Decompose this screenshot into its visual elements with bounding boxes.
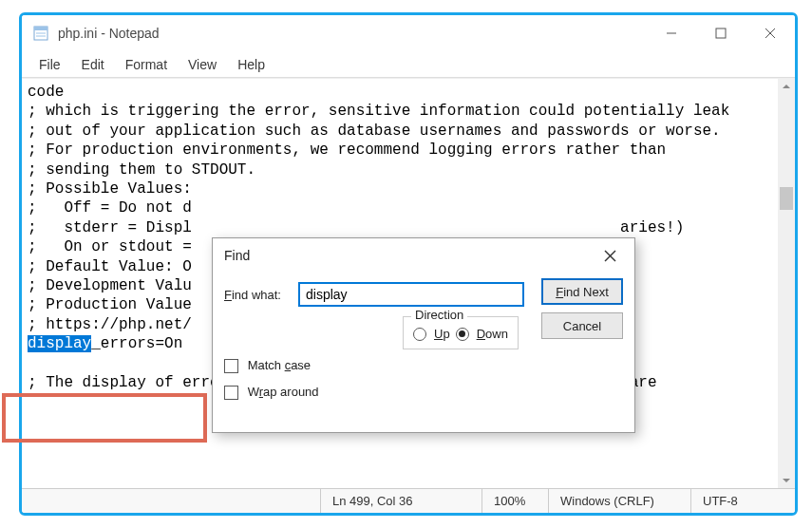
wrap-around-label: Wrap around xyxy=(248,385,319,399)
status-bar: Ln 499, Col 36 100% Windows (CRLF) UTF-8 xyxy=(22,488,795,513)
menu-edit[interactable]: Edit xyxy=(72,55,114,74)
maximize-button[interactable] xyxy=(696,15,746,51)
find-title: Find xyxy=(224,248,591,263)
vertical-scrollbar[interactable] xyxy=(778,79,795,488)
menu-bar: File Edit Format View Help xyxy=(22,51,795,78)
find-what-label: Find what: xyxy=(224,288,298,302)
find-what-input[interactable] xyxy=(298,282,524,307)
find-titlebar: Find xyxy=(213,238,634,273)
status-eol: Windows (CRLF) xyxy=(548,489,690,513)
direction-up-radio[interactable] xyxy=(413,328,426,341)
title-bar: php.ini - Notepad xyxy=(22,15,795,51)
text-selection: display xyxy=(28,335,91,352)
match-case-checkbox[interactable] xyxy=(224,359,238,373)
status-position: Ln 499, Col 36 xyxy=(320,489,482,513)
close-button[interactable] xyxy=(746,15,795,51)
menu-view[interactable]: View xyxy=(179,55,226,74)
cancel-button[interactable]: Cancel xyxy=(541,312,623,339)
direction-label: Direction xyxy=(411,308,467,322)
svg-rect-5 xyxy=(716,28,726,38)
direction-group: Direction Up Down xyxy=(403,316,519,349)
direction-up-label: Up xyxy=(434,327,450,341)
find-next-button[interactable]: Find Next xyxy=(541,278,623,305)
svg-rect-1 xyxy=(34,27,47,30)
menu-format[interactable]: Format xyxy=(116,55,177,74)
notepad-icon xyxy=(31,24,50,43)
status-encoding: UTF-8 xyxy=(690,489,795,513)
find-dialog: Find Find what: Find Next Cancel Directi… xyxy=(212,237,635,433)
direction-down-radio[interactable] xyxy=(456,328,469,341)
window-title: php.ini - Notepad xyxy=(58,26,647,41)
match-case-label: Match case xyxy=(248,358,311,372)
menu-file[interactable]: File xyxy=(29,55,70,74)
direction-down-label: Down xyxy=(477,327,508,341)
find-close-button[interactable] xyxy=(591,241,629,270)
wrap-around-checkbox[interactable] xyxy=(224,386,238,400)
scrollbar-thumb[interactable] xyxy=(780,187,793,210)
status-zoom: 100% xyxy=(482,489,548,513)
minimize-button[interactable] xyxy=(647,15,696,51)
menu-help[interactable]: Help xyxy=(228,55,274,74)
